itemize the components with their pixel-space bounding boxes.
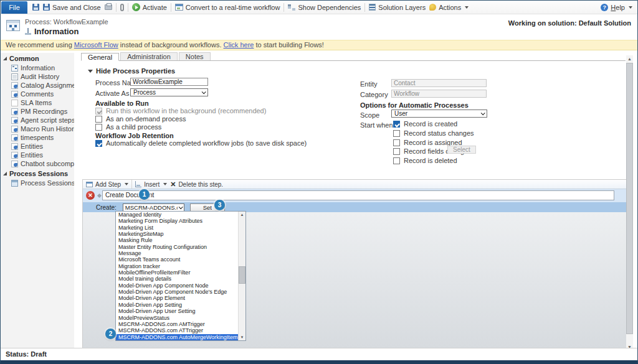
dropdown-scrollbar[interactable]: ▲ ▼ bbox=[238, 212, 245, 340]
scroll-up-icon[interactable]: ▲ bbox=[239, 212, 245, 218]
print-icon[interactable] bbox=[105, 4, 112, 10]
process-name-input[interactable]: WorkflowExample bbox=[130, 78, 208, 86]
toolbar-separator bbox=[116, 3, 117, 12]
entity-dropdown-option[interactable]: Marketing List bbox=[116, 225, 238, 231]
entity-dropdown-option[interactable]: MSCRM-ADDONS.com AMTrigger bbox=[116, 321, 238, 327]
entity-dropdown-option[interactable]: Model training details bbox=[116, 276, 238, 282]
sidebar-item-label: Comments bbox=[21, 90, 54, 98]
entity-dropdown-option[interactable]: Model-Driven App Setting bbox=[116, 302, 238, 308]
step-description-input[interactable]: Create Document bbox=[102, 190, 614, 200]
sidebar-section-process-sessions[interactable]: Process Sessions bbox=[1, 168, 74, 179]
convert-realtime-button[interactable]: Convert to a real-time workflow bbox=[175, 4, 280, 11]
record-fields-checkbox[interactable] bbox=[393, 148, 400, 155]
insert-icon bbox=[135, 181, 141, 187]
toolbar-separator bbox=[283, 3, 284, 12]
sidebar-item[interactable]: SLA Items bbox=[1, 98, 74, 107]
sidebar-item[interactable]: Catalog Assignments bbox=[1, 81, 74, 90]
help-menu-button[interactable]: Help bbox=[601, 4, 632, 11]
sidebar-item-icon bbox=[11, 180, 18, 187]
chevron-down-icon bbox=[125, 183, 128, 185]
dependencies-icon bbox=[288, 4, 295, 11]
sidebar-item[interactable]: Audit History bbox=[1, 72, 74, 81]
sidebar-item[interactable]: Chatbot subcompone... bbox=[1, 159, 74, 168]
sidebar-item[interactable]: PM Recordings bbox=[1, 107, 74, 116]
scope-select[interactable]: User bbox=[391, 110, 487, 118]
sidebar-item-icon bbox=[11, 91, 18, 98]
entity-dropdown-option[interactable]: Microsoft Teams account bbox=[116, 256, 238, 263]
actions-icon bbox=[429, 4, 436, 11]
sidebar-item[interactable]: Entities bbox=[1, 142, 74, 151]
entity-dropdown-option[interactable]: Masking Rule bbox=[116, 237, 238, 243]
activate-as-select[interactable]: Process bbox=[130, 88, 208, 96]
entity-dropdown-option[interactable]: Managed Identity bbox=[116, 212, 238, 218]
entity-dropdown-option[interactable]: Model-Driven App Component Node bbox=[116, 282, 238, 289]
delete-step-circle-icon[interactable] bbox=[86, 191, 95, 200]
entity-dropdown-option[interactable]: Model-Driven App Element bbox=[116, 295, 238, 301]
run-in-background-checkbox[interactable] bbox=[95, 108, 102, 114]
record-deleted-row: Record is deleted bbox=[393, 157, 457, 164]
entity-input: Contact bbox=[391, 79, 487, 87]
activate-button[interactable]: Activate bbox=[132, 3, 167, 11]
dropdown-scrollbar-thumb[interactable] bbox=[239, 266, 245, 284]
on-demand-checkbox[interactable] bbox=[95, 116, 102, 123]
save-icon[interactable] bbox=[32, 4, 39, 11]
entity-dropdown-option[interactable]: Model-Driven App Component Node's Edge bbox=[116, 289, 238, 295]
insert-button[interactable]: Insert bbox=[135, 181, 167, 188]
tab[interactable]: Notes bbox=[179, 52, 211, 60]
chevron-down-icon bbox=[629, 6, 632, 9]
sidebar-section-common[interactable]: Common bbox=[1, 53, 74, 63]
actions-label: Actions bbox=[439, 4, 461, 11]
show-dependencies-button[interactable]: Show Dependencies bbox=[288, 4, 361, 11]
scroll-up-icon[interactable]: ▲ bbox=[626, 55, 633, 62]
hide-process-properties-toggle[interactable]: Hide Process Properties bbox=[88, 67, 175, 75]
delete-step-button[interactable]: ✕ Delete this step. bbox=[170, 181, 223, 188]
create-label: Create: bbox=[96, 204, 117, 211]
solution-layers-button[interactable]: Solution Layers bbox=[369, 4, 426, 11]
sidebar-item[interactable]: timespents bbox=[1, 133, 74, 142]
sidebar-item[interactable]: Agent script steps bbox=[1, 116, 74, 124]
sidebar-item-label: SLA Items bbox=[21, 99, 52, 106]
sidebar-item[interactable]: Comments bbox=[1, 90, 74, 98]
sidebar-item[interactable]: Information bbox=[1, 63, 74, 72]
entity-dropdown-option[interactable]: Migration tracker bbox=[116, 263, 238, 269]
scroll-down-icon[interactable]: ▼ bbox=[239, 334, 245, 340]
select-fields-button[interactable]: Select bbox=[447, 146, 476, 154]
entity-dropdown-option[interactable]: MarketingSiteMap bbox=[116, 231, 238, 237]
file-menu-button[interactable]: File bbox=[1, 1, 27, 14]
show-dependencies-label: Show Dependencies bbox=[298, 4, 361, 11]
main-scrollbar[interactable]: ▲ ▼ bbox=[626, 55, 633, 350]
sidebar-item[interactable]: Entities bbox=[1, 151, 74, 159]
record-deleted-checkbox[interactable] bbox=[393, 157, 400, 164]
entity-dropdown-option[interactable]: ModelPreviewStatus bbox=[116, 315, 238, 321]
save-and-close-button[interactable]: Save and Close bbox=[43, 4, 101, 11]
entity-dropdown-option[interactable]: Message bbox=[116, 250, 238, 256]
create-entity-value: MSCRM-ADDONS.com Au bbox=[125, 204, 178, 211]
auto-delete-checkbox[interactable] bbox=[95, 140, 102, 147]
click-here-link[interactable]: Click here bbox=[224, 41, 254, 49]
add-step-button[interactable]: Add Step bbox=[86, 181, 128, 188]
main-scrollbar-thumb[interactable] bbox=[626, 63, 633, 334]
entity-dropdown-option[interactable]: Master Entity Routing Configuration bbox=[116, 244, 238, 250]
sidebar-item[interactable]: Process Sessions bbox=[1, 179, 74, 187]
microsoft-flow-link[interactable]: Microsoft Flow bbox=[74, 41, 118, 49]
save-and-close-icon bbox=[43, 4, 50, 11]
tab-strip: General Administration Notes bbox=[81, 53, 626, 61]
collapse-triangle-icon bbox=[88, 70, 93, 73]
entity-dropdown-option[interactable]: MSCRM-ADDONS.com ATTrigger bbox=[116, 327, 238, 334]
tab[interactable]: Administration bbox=[120, 52, 178, 60]
record-status-label: Record status changes bbox=[404, 129, 474, 137]
sidebar-item[interactable]: Macro Run Histories bbox=[1, 124, 74, 133]
attachment-icon[interactable] bbox=[120, 4, 124, 11]
create-entity-select[interactable]: MSCRM-ADDONS.com Au bbox=[123, 203, 184, 212]
entity-dropdown-option[interactable]: Model-Driven App User Setting bbox=[116, 308, 238, 314]
entity-dropdown-option[interactable]: MSCRM-ADDONS.com AutoMergeWorkingItems bbox=[116, 334, 238, 340]
activate-as-label: Activate As bbox=[95, 90, 129, 97]
entity-dropdown-option[interactable]: MobileOfflineProfileItemFilter bbox=[116, 269, 238, 276]
child-process-checkbox[interactable] bbox=[95, 124, 102, 131]
record-created-checkbox[interactable] bbox=[393, 121, 400, 128]
entity-dropdown-option[interactable]: Marketing Form Display Attributes bbox=[116, 218, 238, 224]
record-status-checkbox[interactable] bbox=[393, 130, 400, 137]
record-assigned-checkbox[interactable] bbox=[393, 139, 400, 146]
tab[interactable]: General bbox=[81, 53, 119, 61]
actions-menu-button[interactable]: Actions bbox=[429, 4, 469, 11]
